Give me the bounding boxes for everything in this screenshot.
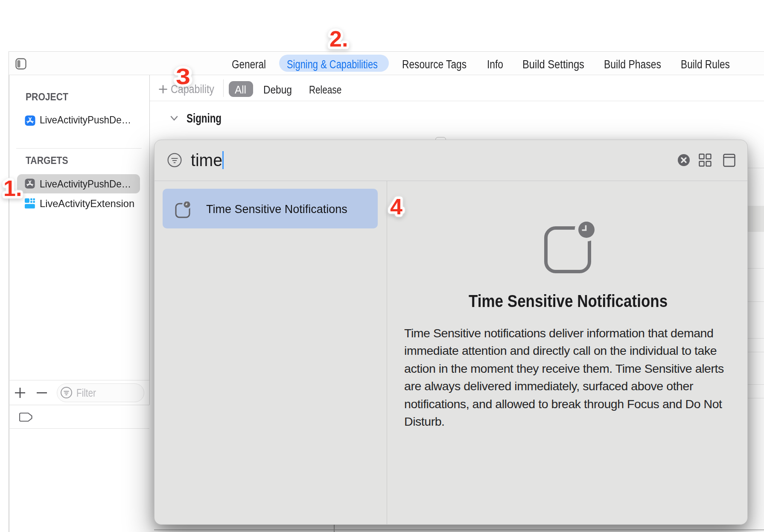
svg-text:1.: 1. xyxy=(3,176,22,201)
svg-text:4: 4 xyxy=(390,194,402,219)
svg-text:2.: 2. xyxy=(330,26,348,51)
svg-text:3: 3 xyxy=(176,64,190,89)
